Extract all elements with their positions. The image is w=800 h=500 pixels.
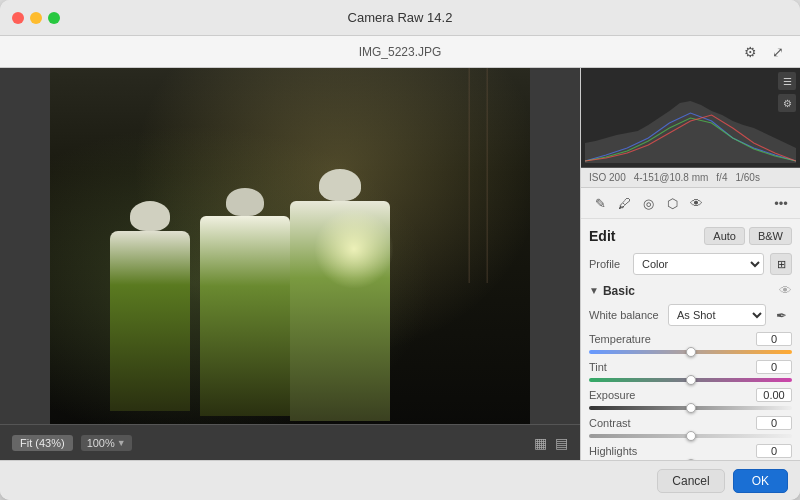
bw-button[interactable]: B&W xyxy=(749,227,792,245)
slider-row-temperature: Temperature 0 xyxy=(589,332,792,354)
controls-area[interactable]: Edit Auto B&W Profile Color ⊞ xyxy=(581,219,800,460)
wb-select[interactable]: As Shot xyxy=(668,304,766,326)
slider-value[interactable]: 0.00 xyxy=(756,388,792,402)
traffic-lights xyxy=(12,12,60,24)
aperture-label: f/4 xyxy=(716,172,727,183)
slider-thumb[interactable] xyxy=(686,347,696,357)
grid-view-icon[interactable]: ▦ xyxy=(534,435,547,451)
basic-section-header[interactable]: ▼ Basic 👁 xyxy=(589,283,792,298)
cancel-button[interactable]: Cancel xyxy=(657,469,724,493)
slider-row-tint: Tint 0 xyxy=(589,360,792,382)
slider-thumb[interactable] xyxy=(686,375,696,385)
slider-track[interactable] xyxy=(589,406,792,410)
view-icons: ▦ ▤ xyxy=(534,435,568,451)
rpanel-toolbar: ✎ 🖊 ◎ ⬡ 👁 ••• xyxy=(581,188,800,219)
subtitle-actions: ⚙ ⤢ xyxy=(740,42,788,62)
profile-select[interactable]: Color xyxy=(633,253,764,275)
slider-thumb[interactable] xyxy=(686,403,696,413)
image-panel: Fit (43%) 100% ▼ ▦ ▤ xyxy=(0,68,580,460)
slider-row-exposure: Exposure 0.00 xyxy=(589,388,792,410)
scaffold-structure xyxy=(450,68,510,283)
minimize-button[interactable] xyxy=(30,12,42,24)
settings-icon[interactable]: ⚙ xyxy=(740,42,760,62)
meta-bar: ISO 200 4-151@10.8 mm f/4 1/60s xyxy=(581,168,800,188)
zoom-value: 100% xyxy=(87,437,115,449)
histogram-options-icon[interactable]: ☰ xyxy=(778,72,796,90)
sliders-container: Temperature 0 Tint 0 Exposure 0.00 xyxy=(589,332,792,460)
maximize-button[interactable] xyxy=(48,12,60,24)
detail-panel-icon[interactable]: 👁 xyxy=(685,192,707,214)
fullscreen-icon[interactable]: ⤢ xyxy=(768,42,788,62)
edit-header: Edit Auto B&W xyxy=(589,227,792,245)
edit-buttons: Auto B&W xyxy=(704,227,792,245)
shutter-label: 1/60s xyxy=(735,172,759,183)
basic-visibility-icon[interactable]: 👁 xyxy=(779,283,792,298)
app-window: Camera Raw 14.2 IMG_5223.JPG ⚙ ⤢ xyxy=(0,0,800,500)
filmstrip-icon[interactable]: ▤ xyxy=(555,435,568,451)
slider-labels: Highlights 0 xyxy=(589,444,792,458)
slider-name: Highlights xyxy=(589,445,637,457)
slider-labels: Tint 0 xyxy=(589,360,792,374)
edit-title: Edit xyxy=(589,228,615,244)
zoom-chevron-icon: ▼ xyxy=(117,438,126,448)
slider-name: Contrast xyxy=(589,417,631,429)
worker-silhouette-2 xyxy=(200,216,290,416)
basic-chevron-icon: ▼ xyxy=(589,285,599,296)
slider-track[interactable] xyxy=(589,350,792,354)
title-bar: Camera Raw 14.2 xyxy=(0,0,800,36)
focal-label: 4-151@10.8 mm xyxy=(634,172,709,183)
slider-track[interactable] xyxy=(589,378,792,382)
profile-row: Profile Color ⊞ xyxy=(589,253,792,275)
histogram-panel-icons: ☰ ⚙ xyxy=(778,72,796,112)
slider-name: Tint xyxy=(589,361,607,373)
ok-button[interactable]: OK xyxy=(733,469,788,493)
slider-name: Exposure xyxy=(589,389,635,401)
slider-row-highlights: Highlights 0 xyxy=(589,444,792,460)
auto-button[interactable]: Auto xyxy=(704,227,745,245)
slider-labels: Contrast 0 xyxy=(589,416,792,430)
fit-button[interactable]: Fit (43%) xyxy=(12,435,73,451)
bottom-bar: Cancel OK xyxy=(0,460,800,500)
fx-panel-icon[interactable]: ⬡ xyxy=(661,192,683,214)
slider-value[interactable]: 0 xyxy=(756,416,792,430)
slider-value[interactable]: 0 xyxy=(756,444,792,458)
white-balance-row: White balance As Shot ✒ xyxy=(589,304,792,326)
basic-title-label: Basic xyxy=(603,284,635,298)
right-panel: ☰ ⚙ ISO 200 4-151@10.8 mm f/4 1/60s ✎ 🖊 … xyxy=(580,68,800,460)
wb-eyedropper-icon[interactable]: ✒ xyxy=(770,304,792,326)
wb-label: White balance xyxy=(589,309,664,321)
worker-silhouette-1 xyxy=(110,231,190,411)
slider-labels: Exposure 0.00 xyxy=(589,388,792,402)
subtitle-bar: IMG_5223.JPG ⚙ ⤢ xyxy=(0,36,800,68)
adjust-panel-icon[interactable]: ◎ xyxy=(637,192,659,214)
slider-value[interactable]: 0 xyxy=(756,360,792,374)
histogram-chart xyxy=(585,83,796,163)
more-panel-icon[interactable]: ••• xyxy=(770,192,792,214)
edit-panel-icon[interactable]: ✎ xyxy=(589,192,611,214)
close-button[interactable] xyxy=(12,12,24,24)
profile-grid-icon[interactable]: ⊞ xyxy=(770,253,792,275)
window-title: Camera Raw 14.2 xyxy=(348,10,453,25)
slider-labels: Temperature 0 xyxy=(589,332,792,346)
slider-value[interactable]: 0 xyxy=(756,332,792,346)
eyedropper-panel-icon[interactable]: 🖊 xyxy=(613,192,635,214)
bright-spot xyxy=(314,209,394,289)
histogram-area: ☰ ⚙ xyxy=(581,68,800,168)
profile-label: Profile xyxy=(589,258,627,270)
main-content: Fit (43%) 100% ▼ ▦ ▤ xyxy=(0,68,800,460)
photo-container xyxy=(50,68,530,424)
slider-row-contrast: Contrast 0 xyxy=(589,416,792,438)
slider-track[interactable] xyxy=(589,434,792,438)
histogram-adjust-icon[interactable]: ⚙ xyxy=(778,94,796,112)
photo-background xyxy=(50,68,530,424)
basic-section-title: ▼ Basic xyxy=(589,284,635,298)
iso-label: ISO 200 xyxy=(589,172,626,183)
slider-name: Temperature xyxy=(589,333,651,345)
image-area xyxy=(0,68,580,424)
slider-thumb[interactable] xyxy=(686,431,696,441)
zoom-display: 100% ▼ xyxy=(81,435,132,451)
filename-label: IMG_5223.JPG xyxy=(359,45,442,59)
image-toolbar: Fit (43%) 100% ▼ ▦ ▤ xyxy=(0,424,580,460)
